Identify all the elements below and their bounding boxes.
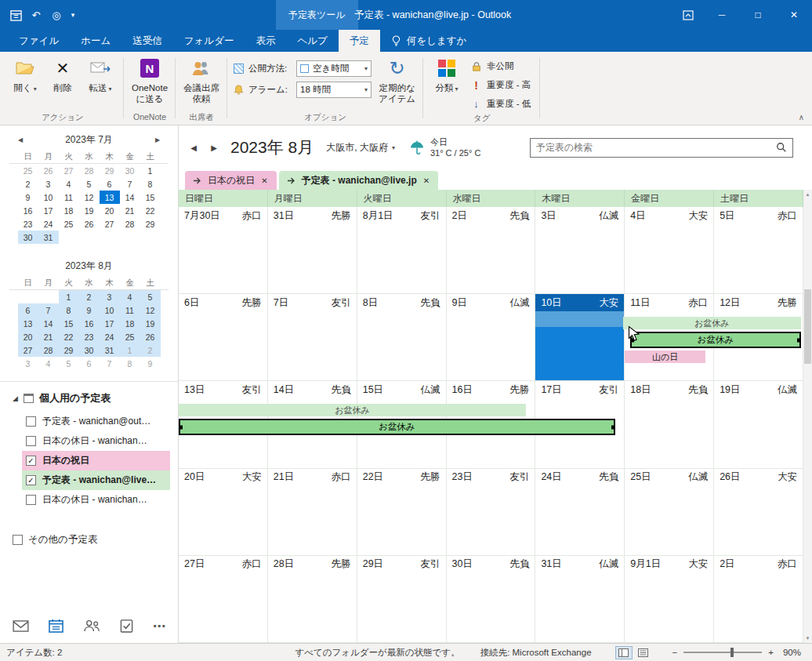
day-cell-w0-3[interactable]: 2日先負 bbox=[447, 207, 536, 293]
calendar-nav-icon[interactable] bbox=[49, 618, 63, 634]
minical-day[interactable]: 10 bbox=[38, 191, 59, 204]
mini-prev-month-icon[interactable]: ◀ bbox=[14, 133, 27, 146]
minical-day[interactable]: 7 bbox=[120, 177, 140, 191]
minical-day[interactable]: 29 bbox=[140, 217, 161, 231]
day-cell-w4-5[interactable]: 9月1日大安 bbox=[625, 556, 714, 642]
minical-day[interactable]: 26 bbox=[140, 330, 161, 343]
minical-day[interactable]: 16 bbox=[18, 204, 38, 217]
more-apps-icon[interactable]: ⋯ bbox=[153, 618, 166, 634]
minical-day[interactable]: 28 bbox=[120, 217, 140, 231]
day-cell-w4-4[interactable]: 31日仏滅 bbox=[535, 556, 625, 642]
day-cell-w1-4[interactable]: 10日大安 bbox=[535, 294, 625, 380]
minical-day[interactable]: 1 bbox=[140, 164, 161, 177]
day-cell-w4-2[interactable]: 29日友引 bbox=[357, 556, 447, 642]
other-calendars-checkbox[interactable] bbox=[13, 535, 23, 545]
tab-file[interactable]: ファイル bbox=[8, 30, 70, 52]
qat-customize-icon[interactable]: ▾ bbox=[67, 5, 78, 25]
minical-day[interactable]: 28 bbox=[79, 164, 100, 177]
minical-day[interactable]: 17 bbox=[38, 204, 59, 217]
calendar-list-item[interactable]: 日本の休日 - wanichan… bbox=[22, 490, 170, 510]
minical-day[interactable]: 15 bbox=[59, 317, 79, 330]
minical-day[interactable]: 13 bbox=[18, 317, 38, 330]
minical-day[interactable]: 24 bbox=[38, 217, 59, 231]
mini-next-month-icon[interactable]: ▶ bbox=[151, 133, 164, 146]
day-cell-w1-2[interactable]: 8日先負 bbox=[357, 294, 447, 380]
minical-day[interactable]: 12 bbox=[140, 303, 161, 317]
event-mountain-day-holiday[interactable]: 山の日 bbox=[625, 350, 705, 363]
day-cell-w4-0[interactable]: 27日赤口 bbox=[179, 556, 268, 642]
minical-day[interactable]: 19 bbox=[79, 204, 100, 217]
normal-view-button[interactable] bbox=[615, 646, 633, 659]
tab-appointment[interactable]: 予定 bbox=[339, 30, 380, 52]
minical-day[interactable]: 17 bbox=[100, 317, 120, 330]
tab-japan-holidays[interactable]: 日本の祝日 ✕ bbox=[185, 171, 277, 190]
minical-day[interactable]: 30 bbox=[18, 231, 38, 244]
minical-day[interactable]: 8 bbox=[120, 357, 140, 370]
ribbon-tab-3[interactable]: 表示 bbox=[245, 30, 286, 52]
minical-day[interactable]: 5 bbox=[140, 290, 161, 303]
day-cell-w3-2[interactable]: 22日先勝 bbox=[357, 469, 447, 555]
mail-nav-icon[interactable] bbox=[13, 618, 29, 634]
day-cell-w2-5[interactable]: 18日先負 bbox=[625, 381, 714, 467]
minical-day[interactable]: 28 bbox=[38, 343, 59, 357]
minical-day[interactable]: 9 bbox=[140, 357, 161, 370]
minical-day[interactable]: 9 bbox=[79, 303, 100, 317]
event-obon-holiday-overlay[interactable]: お盆休み bbox=[179, 404, 526, 416]
touch-mode-icon[interactable]: ◎ bbox=[47, 5, 66, 25]
reading-view-button[interactable] bbox=[635, 646, 652, 659]
ribbon-tab-2[interactable]: フォルダー bbox=[173, 30, 245, 52]
show-as-select[interactable]: 空き時間 ▾ bbox=[296, 60, 372, 77]
tasks-nav-icon[interactable] bbox=[120, 618, 133, 634]
zoom-slider[interactable] bbox=[683, 652, 762, 653]
undo-icon[interactable]: ↶ bbox=[27, 5, 45, 25]
minimize-button[interactable]: ─ bbox=[704, 0, 740, 30]
minical-day[interactable]: 8 bbox=[59, 303, 79, 317]
calendar-list-item[interactable]: 日本の休日 - wanichan… bbox=[22, 431, 170, 451]
close-tab-icon[interactable]: ✕ bbox=[423, 176, 430, 185]
day-cell-w1-1[interactable]: 7日友引 bbox=[268, 294, 357, 380]
calendar-checkbox[interactable]: ✓ bbox=[26, 475, 36, 485]
minical-day[interactable]: 4 bbox=[59, 177, 79, 191]
event-obon-holiday-selected[interactable]: お盆休み bbox=[179, 419, 615, 435]
private-button[interactable]: 非公開 bbox=[466, 58, 535, 74]
calendar-checkbox[interactable] bbox=[26, 495, 36, 505]
day-cell-w0-6[interactable]: 5日赤口 bbox=[714, 207, 803, 293]
day-cell-w3-1[interactable]: 21日赤口 bbox=[268, 469, 357, 555]
minical-day[interactable]: 6 bbox=[18, 303, 38, 317]
maximize-button[interactable]: □ bbox=[740, 0, 776, 30]
next-month-button[interactable]: ▶ bbox=[207, 140, 221, 154]
minical-day[interactable]: 25 bbox=[18, 164, 38, 177]
minical-day[interactable]: 18 bbox=[59, 204, 79, 217]
minical-day[interactable]: 7 bbox=[38, 303, 59, 317]
people-nav-icon[interactable] bbox=[83, 618, 100, 634]
minical-day[interactable]: 1 bbox=[120, 343, 140, 357]
ribbon-tab-1[interactable]: 送受信 bbox=[121, 30, 173, 52]
search-icon[interactable] bbox=[776, 142, 787, 153]
day-cell-w3-4[interactable]: 24日先負 bbox=[535, 469, 625, 555]
day-cell-w2-6[interactable]: 19日仏滅 bbox=[714, 381, 803, 467]
my-calendars-group[interactable]: ◢ 個人用の予定表 bbox=[0, 382, 178, 412]
day-cell-w0-2[interactable]: 8月1日友引 bbox=[357, 207, 447, 293]
minical-day[interactable]: 14 bbox=[120, 191, 140, 204]
day-cell-w4-3[interactable]: 30日先負 bbox=[447, 556, 536, 642]
forward-button[interactable]: 転送▾ bbox=[82, 53, 118, 94]
calendar-list-item[interactable]: ✓予定表 - wanichan@live… bbox=[22, 470, 170, 490]
minical-day[interactable]: 22 bbox=[140, 204, 161, 217]
minical-day[interactable]: 14 bbox=[38, 317, 59, 330]
collapse-ribbon-icon[interactable]: ∧ bbox=[799, 113, 804, 122]
tell-me-search[interactable]: 何をしますか bbox=[380, 30, 477, 52]
minical-day[interactable]: 5 bbox=[59, 357, 79, 370]
day-cell-w3-6[interactable]: 26日大安 bbox=[714, 469, 803, 555]
event-obon-holiday-selected[interactable]: お盆休み bbox=[630, 332, 800, 348]
other-calendars-group[interactable]: その他の予定表 bbox=[0, 524, 178, 553]
minical-day[interactable]: 6 bbox=[79, 357, 100, 370]
minical-day[interactable]: 30 bbox=[79, 343, 100, 357]
scroll-down-icon[interactable]: ▼ bbox=[806, 634, 810, 643]
day-cell-w3-3[interactable]: 23日友引 bbox=[447, 469, 536, 555]
zoom-slider-thumb[interactable] bbox=[730, 648, 734, 657]
minical-day[interactable]: 10 bbox=[100, 303, 120, 317]
minical-day[interactable]: 7 bbox=[100, 357, 120, 370]
minical-day[interactable]: 11 bbox=[59, 191, 79, 204]
zoom-percent[interactable]: 90% bbox=[783, 648, 801, 657]
vertical-scrollbar[interactable]: ▲ ▼ bbox=[803, 190, 812, 643]
